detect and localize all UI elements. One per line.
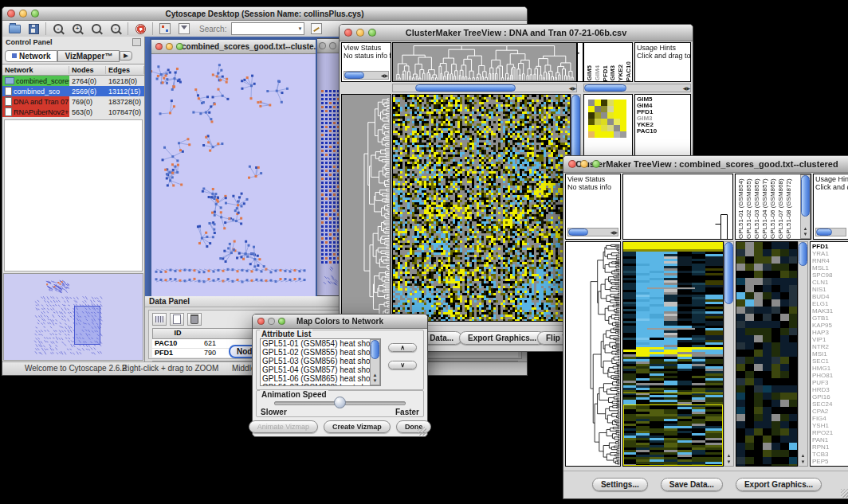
save-session-button[interactable] xyxy=(26,23,41,35)
scroll-right-icon[interactable]: ▶ xyxy=(686,86,690,91)
gene-label[interactable]: GPI16 xyxy=(812,393,848,400)
birdseye-canvas[interactable] xyxy=(4,274,143,360)
zoom-out-button[interactable]: - xyxy=(51,23,65,35)
tv1-dendro-hscrollbar[interactable]: ◀ ▶ xyxy=(392,84,577,92)
zoom-selected-button[interactable] xyxy=(89,23,104,35)
float-panel-icon[interactable] xyxy=(132,38,141,46)
column-label[interactable]: GPL51-04 (GSM857) xyxy=(761,175,768,239)
network-view-window-1[interactable]: combined_scores_good.txt--cluste... xyxy=(150,38,317,298)
gene-label[interactable]: HRD3 xyxy=(812,386,848,393)
birdseye-view[interactable] xyxy=(3,273,143,361)
close-button[interactable] xyxy=(7,10,15,18)
export-graphics-button[interactable]: Export Graphics... xyxy=(736,478,822,491)
gene-label[interactable]: CLN1 xyxy=(812,279,848,286)
attribute-list-item[interactable]: GPL51-04 (GSM857) heat shock 20 min xyxy=(262,365,380,374)
settings-button[interactable]: Settings... xyxy=(592,478,648,491)
gene-label[interactable]: PEP5 xyxy=(812,458,848,465)
gene-label[interactable]: MON2 xyxy=(812,465,848,467)
tv1-right-hscrollbar[interactable]: ◀ ▶ xyxy=(583,84,691,92)
search-input[interactable]: ▼ xyxy=(231,22,304,35)
tv2-column-labels[interactable]: GPL51-01 (GSM854)GPL51-02 (GSM855)GPL51-… xyxy=(735,174,811,240)
gene-label[interactable]: PHO81 xyxy=(812,372,848,379)
animate-vizmap-button[interactable]: Animate Vizmap xyxy=(249,420,318,433)
network-canvas[interactable] xyxy=(151,54,312,294)
close-button[interactable] xyxy=(257,318,265,325)
column-label[interactable]: GPL51-07 (GSM868) xyxy=(777,175,784,239)
help-button[interactable] xyxy=(133,23,147,35)
gene-label[interactable]: HAP3 xyxy=(812,329,848,336)
export-graphics-button[interactable]: Export Graphics... xyxy=(459,331,545,345)
gene-label[interactable]: GTB1 xyxy=(812,315,848,322)
gene-label[interactable]: RPO21 xyxy=(812,429,848,436)
attribute-editor-button[interactable] xyxy=(309,23,324,35)
resize-grip[interactable] xyxy=(841,489,848,498)
gene-label[interactable]: NIS1 xyxy=(812,286,848,293)
gene-label[interactable]: VIP1 xyxy=(812,336,848,343)
tv2-collabel-vscrollbar[interactable]: ▲ ▼ xyxy=(800,174,811,239)
zoom-window-button[interactable] xyxy=(368,29,376,37)
scroll-up-icon[interactable]: ▲ xyxy=(371,373,379,377)
zoom-window-button[interactable] xyxy=(176,43,183,50)
gene-label[interactable]: KAP95 xyxy=(812,322,848,329)
tv2-status-hscrollbar[interactable]: ◀ ▶ xyxy=(567,228,618,236)
tab-network[interactable]: Network xyxy=(5,50,57,62)
tv2-gene-labels-panel[interactable]: PFD1YRA1RNR4MSL1SPC98CLN1NIS1BUD4ELG1MAK… xyxy=(810,241,848,467)
column-label[interactable]: GPL51-08 (GSM872) xyxy=(785,175,792,239)
zoom-window-button[interactable] xyxy=(31,10,39,18)
column-label[interactable]: GPL51-02 (GSM855) xyxy=(745,175,752,239)
network-row[interactable]: RNAPuberNov2+ 563(0) 107847(0) xyxy=(2,107,144,117)
attribute-list-item[interactable]: GPL51-06 (GSM865) heat shock 40 min xyxy=(262,374,380,383)
tv2-zoom-vscrollbar[interactable]: ▲ ▼ xyxy=(798,241,808,467)
minimize-button[interactable] xyxy=(166,43,173,50)
save-data-button[interactable]: Save Data... xyxy=(661,478,723,491)
main-titlebar[interactable]: Cytoscape Desktop (Session Name: collins… xyxy=(2,7,527,21)
tv2-heatmap-vscrollbar[interactable]: ▲ ▼ xyxy=(724,241,734,467)
tv2-heatmap[interactable] xyxy=(622,241,724,467)
gene-label[interactable]: SPC98 xyxy=(812,272,848,279)
gene-label[interactable]: RPN1 xyxy=(812,443,848,451)
gene-label[interactable]: PUF3 xyxy=(812,379,848,386)
network-row[interactable]: combined_scores 2764(0) 16218(0) xyxy=(2,76,144,86)
tv1-mini-heatmap[interactable] xyxy=(588,100,626,138)
column-label[interactable]: GPL51-01 (GSM854) xyxy=(737,175,744,239)
network-row[interactable]: DNA and Tran 07 769(0) 183728(0) xyxy=(2,96,144,107)
dialog-titlebar[interactable]: Map Colors to Network xyxy=(253,315,427,329)
treeview2-titlebar[interactable]: ClusterMaker TreeView : combined_scores_… xyxy=(563,156,848,173)
treeview1-titlebar[interactable]: ClusterMaker TreeView : DNA and Tran 07-… xyxy=(340,25,693,41)
vizmapper-button[interactable] xyxy=(158,23,172,35)
gene-label[interactable]: PAN1 xyxy=(812,436,848,443)
minimize-button[interactable] xyxy=(356,29,364,37)
gene-label[interactable]: SEC1 xyxy=(812,357,848,365)
network-window-1-titlebar[interactable]: combined_scores_good.txt--cluste... xyxy=(151,40,316,54)
attribute-list-vscrollbar[interactable]: ▲ ▼ xyxy=(370,339,380,385)
gene-label[interactable]: BUD4 xyxy=(812,293,848,300)
delete-attribute-button[interactable] xyxy=(187,313,202,326)
gene-label[interactable]: SEC24 xyxy=(812,400,848,408)
gene-label[interactable]: MAK31 xyxy=(812,307,848,315)
tv1-column-dendrogram[interactable] xyxy=(392,42,577,82)
attribute-list-item[interactable]: GPL51-02 (GSM855) heat shock 10 min xyxy=(262,348,380,357)
close-button[interactable] xyxy=(319,42,326,49)
tv1-status-hscrollbar[interactable]: ◀ ▶ xyxy=(344,71,389,80)
gene-label[interactable]: MSI1 xyxy=(812,350,848,357)
zoom-window-button[interactable] xyxy=(592,160,600,168)
row-label[interactable]: PAC10 xyxy=(637,128,690,135)
zoom-window-button[interactable] xyxy=(278,318,285,325)
attribute-listbox[interactable]: GPL51-01 (GSM854) heat shock 05 minGPL51… xyxy=(260,338,381,386)
gene-label[interactable]: RNR4 xyxy=(812,257,848,264)
tv1-heatmap[interactable] xyxy=(392,94,571,322)
scroll-down-icon[interactable]: ▼ xyxy=(371,378,379,383)
column-label[interactable]: GPL51-03 (GSM856) xyxy=(753,175,760,239)
open-session-button[interactable] xyxy=(7,23,22,35)
minimize-button[interactable] xyxy=(19,10,27,18)
scroll-up-icon[interactable]: ▲ xyxy=(724,453,733,458)
gene-label[interactable]: TCB3 xyxy=(812,451,848,458)
scroll-up-icon[interactable]: ▲ xyxy=(801,226,810,231)
tv1-column-labels[interactable]: GIM5GIM4PFD1GIM3YKE2PAC10 xyxy=(583,42,633,82)
column-label[interactable]: YKE2 xyxy=(617,64,624,81)
column-label[interactable]: GPL51-06 (GSM865) xyxy=(769,175,776,239)
network-row[interactable]: combined_sco 2569(6) 13112(15) xyxy=(2,86,144,96)
zoom-in-button[interactable]: + xyxy=(70,23,84,35)
move-up-button[interactable]: ∧ xyxy=(388,343,417,352)
attribute-list-item[interactable]: GPL51-01 (GSM854) heat shock 05 min xyxy=(262,339,380,348)
